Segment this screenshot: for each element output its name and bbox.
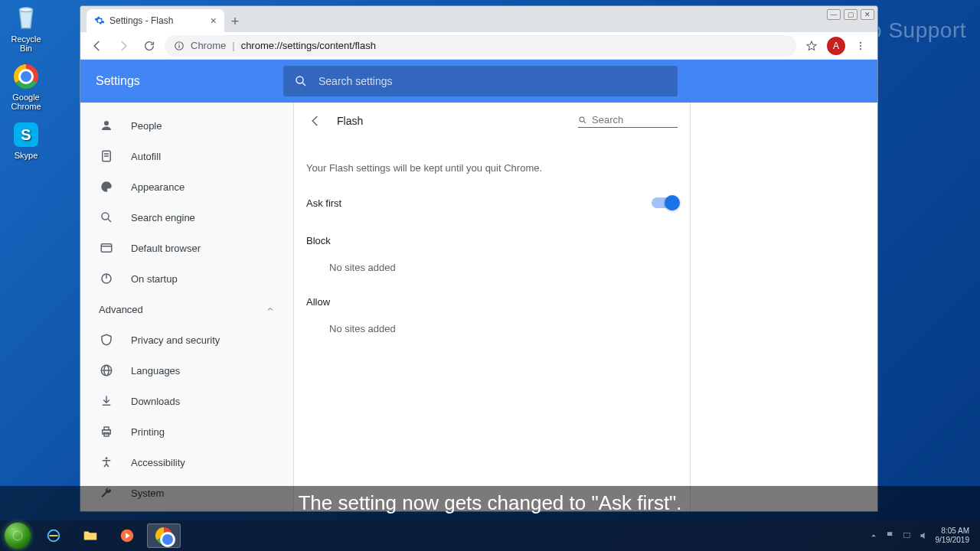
window-minimize-button[interactable]: —	[827, 9, 841, 20]
block-section-label: Block	[306, 235, 678, 246]
desktop-icon-chrome[interactable]: Google Chrome	[5, 63, 47, 111]
svg-line-27	[584, 121, 586, 123]
menu-button[interactable]	[850, 35, 871, 57]
ask-first-row: Ask first	[306, 189, 678, 217]
printer-icon	[99, 424, 114, 439]
flag-icon[interactable]	[885, 530, 896, 541]
omnibox-scheme: Chrome	[191, 40, 226, 51]
tray-clock[interactable]: 8:05 AM 9/19/2019	[936, 527, 970, 545]
settings-page: Settings People Autofill Appearance	[80, 60, 877, 511]
svg-point-28	[13, 531, 22, 540]
content-search-box[interactable]	[578, 114, 678, 128]
chevron-up-icon	[266, 305, 275, 314]
svg-point-7	[296, 77, 303, 83]
settings-header: Settings	[80, 60, 877, 103]
search-icon	[294, 74, 308, 88]
chrome-window: Settings - Flash × + — ▢ ✕ Chrome | chro…	[80, 5, 878, 512]
omnibox-path: chrome://settings/content/flash	[241, 40, 376, 51]
shield-icon	[99, 332, 114, 347]
network-icon[interactable]	[902, 530, 913, 541]
taskbar-explorer[interactable]	[74, 523, 107, 548]
svg-rect-31	[903, 533, 910, 538]
tray-chevron-icon[interactable]	[868, 530, 879, 541]
sidebar-item-accessibility[interactable]: Accessibility	[80, 447, 293, 478]
autofill-icon	[99, 148, 114, 164]
taskbar: 8:05 AM 9/19/2019	[0, 520, 980, 551]
window-maximize-button[interactable]: ▢	[844, 9, 858, 20]
window-close-button[interactable]: ✕	[861, 9, 874, 20]
svg-point-4	[860, 41, 861, 43]
block-empty-text: No sites added	[306, 262, 678, 273]
bookmark-star-icon[interactable]	[801, 35, 822, 57]
address-bar[interactable]: Chrome | chrome://settings/content/flash	[165, 35, 796, 57]
ask-first-toggle[interactable]	[652, 197, 678, 208]
sidebar-item-languages[interactable]: Languages	[80, 355, 293, 386]
search-settings-input[interactable]	[318, 75, 667, 87]
svg-rect-23	[104, 427, 109, 430]
content-search-input[interactable]	[592, 114, 678, 126]
content-title: Flash	[337, 115, 566, 127]
svg-point-6	[860, 48, 861, 50]
allow-section-label: Allow	[306, 296, 678, 308]
sidebar-item-on-startup[interactable]: On startup	[80, 263, 293, 294]
settings-sidebar: People Autofill Appearance Search engine…	[80, 103, 294, 511]
desktop-icon-label: Skype	[5, 151, 47, 160]
forward-button[interactable]	[113, 35, 134, 57]
sidebar-item-downloads[interactable]: Downloads	[80, 386, 293, 416]
svg-point-0	[20, 8, 33, 12]
video-caption: The setting now gets changed to "Ask fir…	[0, 486, 980, 520]
svg-point-25	[106, 457, 108, 459]
info-icon	[174, 41, 185, 51]
settings-title: Settings	[96, 74, 283, 88]
taskbar-ie[interactable]	[37, 523, 70, 548]
volume-icon[interactable]	[919, 530, 929, 541]
sidebar-advanced-toggle[interactable]: Advanced	[80, 294, 293, 324]
desktop-icon-label: Google Chrome	[5, 93, 47, 111]
search-icon	[578, 115, 587, 126]
settings-content: Flash Your Flash settings will be kept u…	[294, 103, 877, 511]
media-player-icon	[119, 527, 136, 544]
sidebar-item-people[interactable]: People	[80, 110, 293, 141]
start-button[interactable]	[5, 523, 31, 549]
sidebar-item-search-engine[interactable]: Search engine	[80, 202, 293, 233]
svg-point-9	[104, 121, 109, 126]
back-button[interactable]	[87, 35, 108, 57]
sidebar-item-printing[interactable]: Printing	[80, 416, 293, 447]
chrome-icon	[12, 63, 40, 90]
skype-icon: S	[12, 121, 40, 148]
globe-icon	[99, 363, 114, 378]
svg-line-8	[302, 83, 305, 86]
content-back-button[interactable]	[306, 112, 325, 130]
ask-first-label: Ask first	[306, 197, 341, 209]
power-icon	[99, 271, 114, 286]
search-icon	[99, 210, 114, 225]
sidebar-item-appearance[interactable]: Appearance	[80, 171, 293, 202]
taskbar-media[interactable]	[110, 523, 144, 548]
tab-close-icon[interactable]: ×	[211, 15, 217, 27]
recycle-bin-icon	[12, 5, 40, 32]
tab-title: Settings - Flash	[109, 15, 173, 26]
browser-toolbar: Chrome | chrome://settings/content/flash…	[80, 32, 877, 60]
sidebar-item-autofill[interactable]: Autofill	[80, 141, 293, 171]
download-icon	[99, 393, 114, 409]
new-tab-button[interactable]: +	[224, 11, 246, 32]
taskbar-chrome[interactable]	[147, 523, 181, 548]
allow-empty-text: No sites added	[306, 323, 678, 334]
ie-icon	[45, 527, 62, 544]
sidebar-item-default-browser[interactable]: Default browser	[80, 233, 293, 263]
search-settings-box[interactable]	[283, 66, 678, 96]
desktop-icon-skype[interactable]: S Skype	[5, 121, 47, 160]
desktop-icon-recycle-bin[interactable]: Recycle Bin	[5, 5, 47, 53]
browser-tab[interactable]: Settings - Flash ×	[87, 9, 224, 32]
svg-point-5	[860, 44, 861, 46]
system-tray[interactable]: 8:05 AM 9/19/2019	[868, 527, 976, 545]
sidebar-item-privacy[interactable]: Privacy and security	[80, 324, 293, 355]
gear-icon	[94, 15, 105, 26]
svg-point-26	[580, 116, 584, 121]
profile-avatar[interactable]: A	[827, 37, 845, 55]
folder-icon	[82, 527, 99, 544]
reload-button[interactable]	[139, 35, 160, 57]
chrome-icon	[155, 527, 172, 544]
svg-line-14	[108, 219, 111, 222]
svg-rect-15	[101, 244, 112, 253]
